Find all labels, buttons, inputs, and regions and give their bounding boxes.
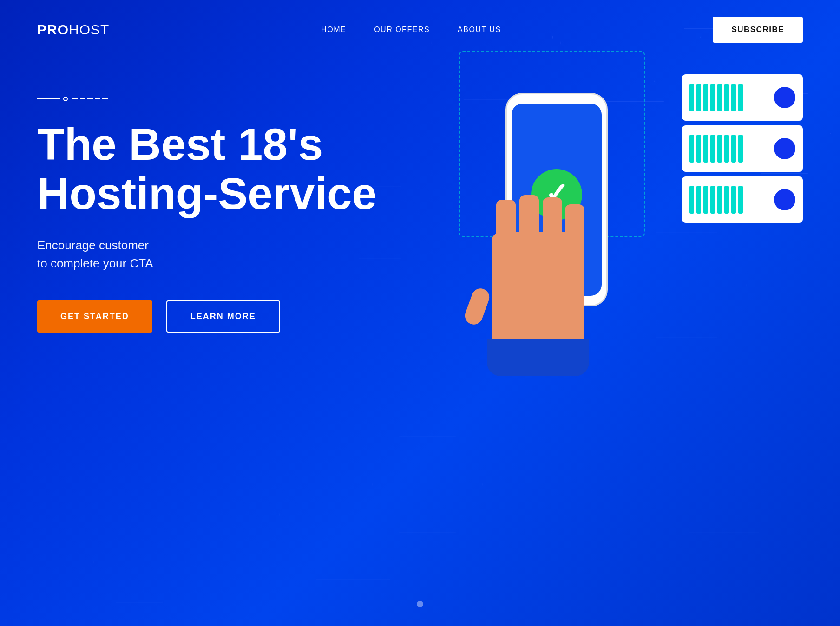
hero-title-line2: Hosting-Service: [37, 169, 377, 218]
nav-links: HOME OUR OFFERS ABOUT US: [321, 26, 501, 34]
nav-link-about[interactable]: ABOUT US: [458, 26, 501, 33]
subscribe-button[interactable]: SUBSCRIBE: [713, 17, 803, 43]
decorator-dash-1: [72, 98, 78, 99]
hero-content: The Best 18's Hosting-Service Encourage …: [0, 59, 840, 333]
bottom-dot-indicator: [417, 601, 423, 607]
hero-subtitle: Encourage customer to complete your CTA: [37, 236, 223, 273]
logo: PROHOST: [37, 22, 109, 38]
hero-section: PROHOST HOME OUR OFFERS ABOUT US SUBSCRI…: [0, 0, 840, 626]
learn-more-button[interactable]: LEARN MORE: [166, 300, 280, 333]
sleeve: [487, 339, 589, 376]
get-started-button[interactable]: GET STARTED: [37, 300, 152, 333]
decorator-dash-2: [80, 98, 85, 99]
nav-item-offers[interactable]: OUR OFFERS: [374, 26, 430, 34]
decorator-dashes: [72, 98, 108, 99]
decorator-dot: [63, 97, 68, 101]
nav-item-about[interactable]: ABOUT US: [458, 26, 501, 34]
decorator-dash-5: [102, 98, 108, 99]
decorator-line-left: [37, 98, 60, 99]
logo-host: HOST: [69, 22, 109, 37]
decorator-dash-3: [87, 98, 93, 99]
navbar: PROHOST HOME OUR OFFERS ABOUT US SUBSCRI…: [0, 0, 840, 59]
decorator: [37, 97, 803, 101]
hero-subtitle-line1: Encourage customer: [37, 238, 149, 252]
nav-link-offers[interactable]: OUR OFFERS: [374, 26, 430, 33]
logo-pro: PRO: [37, 22, 69, 37]
nav-link-home[interactable]: HOME: [321, 26, 346, 33]
hero-title-line1: The Best 18's: [37, 119, 323, 169]
hero-title: The Best 18's Hosting-Service: [37, 120, 386, 218]
hero-buttons: GET STARTED LEARN MORE: [37, 300, 803, 333]
decorator-dash-4: [95, 98, 100, 99]
hero-subtitle-line2: to complete your CTA: [37, 256, 153, 270]
nav-item-home[interactable]: HOME: [321, 26, 346, 34]
